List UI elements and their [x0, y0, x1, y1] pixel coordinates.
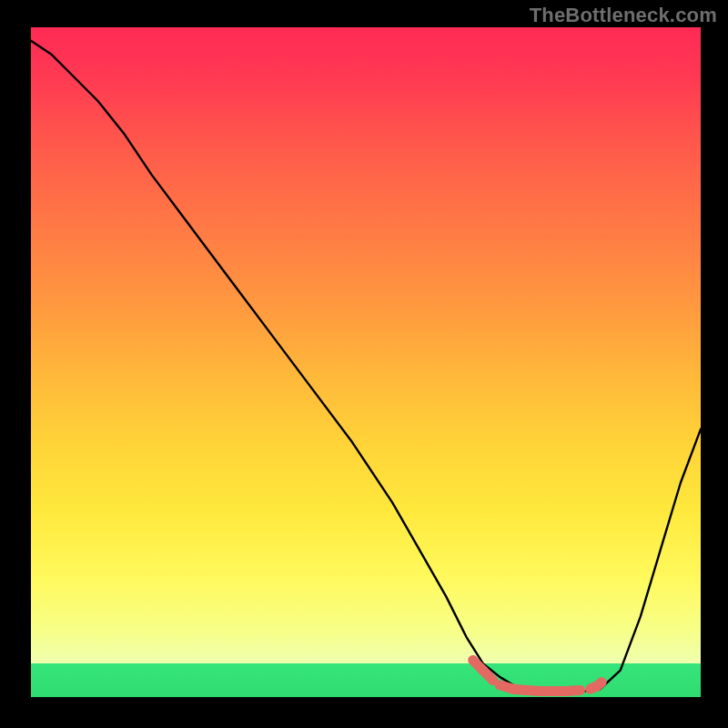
- highlight-segments: [469, 655, 607, 691]
- highlight-segment: [483, 671, 493, 681]
- chart-frame: TheBottleneck.com: [0, 0, 728, 728]
- curve-svg: [31, 27, 701, 697]
- highlight-dot: [597, 678, 606, 687]
- highlight-dot: [469, 655, 478, 664]
- bottleneck-curve: [31, 41, 701, 692]
- highlight-segment: [567, 691, 581, 692]
- watermark-text: TheBottleneck.com: [530, 4, 717, 27]
- plot-area: [31, 27, 701, 697]
